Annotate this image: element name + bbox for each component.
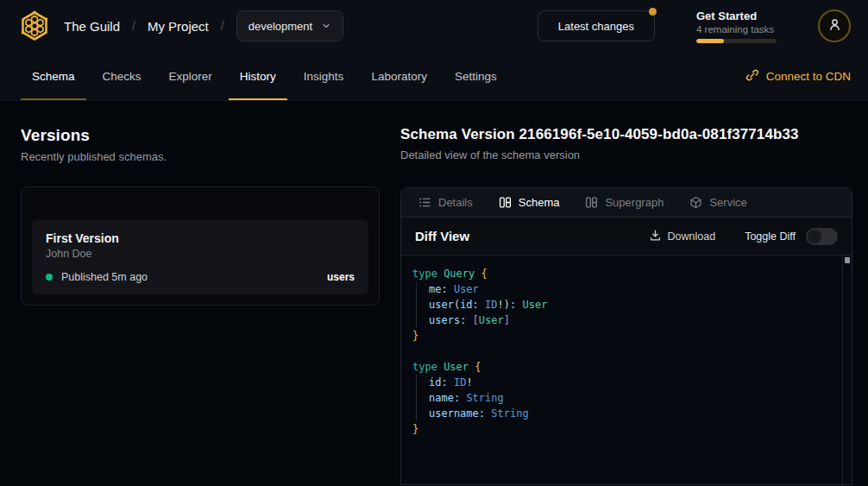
code-line — [412, 344, 831, 359]
schema-tab-label: Supergraph — [605, 196, 664, 209]
connect-to-cdn-label: Connect to CDN — [766, 70, 851, 83]
latest-changes-label: Latest changes — [558, 20, 634, 33]
nav-tab-checks[interactable]: Checks — [91, 52, 153, 100]
connect-to-cdn-link[interactable]: Connect to CDN — [745, 52, 851, 100]
breadcrumb-separator: / — [132, 19, 135, 33]
code-line: type Query { — [412, 266, 831, 281]
toggle-knob — [808, 230, 821, 243]
nav-tab-insights[interactable]: Insights — [292, 52, 355, 100]
code-line: } — [412, 328, 831, 344]
version-meta-row: Published 5m ago users — [46, 271, 355, 283]
code-line: me: User — [412, 281, 831, 297]
user-menu-button[interactable] — [818, 9, 851, 42]
version-author: John Doe — [46, 248, 355, 260]
version-name: First Version — [46, 231, 355, 245]
chevron-down-icon — [321, 21, 331, 31]
download-icon — [649, 229, 662, 244]
target-selector-value: development — [248, 20, 312, 33]
columns-icon — [585, 196, 598, 209]
diff-view-header: Diff View Download Toggle D — [401, 218, 852, 256]
list-icon — [418, 196, 431, 209]
download-label: Download — [668, 230, 716, 243]
diff-view-title: Diff View — [415, 229, 469, 243]
primary-nav: SchemaChecksExplorerHistoryInsightsLabor… — [0, 52, 868, 101]
target-selector[interactable]: development — [236, 10, 343, 41]
code-line: users: [User] — [412, 312, 831, 328]
nav-tab-history[interactable]: History — [229, 52, 287, 100]
toggle-diff-label: Toggle Diff — [745, 230, 796, 243]
get-started-progress-bar — [696, 39, 777, 43]
link-icon — [745, 68, 759, 85]
versions-subtitle: Recently published schemas. — [21, 150, 380, 163]
schema-tab-schema[interactable]: Schema — [499, 196, 560, 209]
breadcrumb: The Guild / My Project / development — [64, 10, 343, 41]
person-icon — [827, 17, 842, 35]
get-started-progress-fill — [696, 39, 724, 43]
nav-tab-laboratory[interactable]: Laboratory — [360, 52, 438, 100]
download-button[interactable]: Download — [649, 229, 716, 244]
get-started-subtitle: 4 remaining tasks — [696, 24, 778, 35]
header-right: Latest changes Get Started 4 remaining t… — [538, 9, 851, 43]
toggle-diff-control: Toggle Diff — [745, 228, 838, 245]
published-status-text: Published 5m ago — [61, 271, 148, 283]
versions-panel: Versions Recently published schemas. Fir… — [21, 101, 380, 485]
code-line: name: String — [412, 390, 831, 406]
schema-code-block: type Query {me: Useruser(id: ID!): Useru… — [401, 256, 852, 484]
diff-view-controls: Download Toggle Diff — [649, 228, 838, 245]
breadcrumb-project-link[interactable]: My Project — [148, 19, 209, 34]
latest-changes-button[interactable]: Latest changes — [538, 10, 655, 41]
toggle-diff-switch[interactable] — [806, 228, 838, 245]
code-line: type User { — [412, 359, 831, 375]
nav-tab-explorer[interactable]: Explorer — [158, 52, 223, 100]
nav-tab-settings[interactable]: Settings — [443, 52, 508, 100]
hive-logo-icon[interactable] — [17, 9, 52, 43]
version-list-item[interactable]: First Version John Doe Published 5m ago … — [32, 220, 368, 294]
get-started-title: Get Started — [696, 9, 778, 22]
breadcrumb-org-link[interactable]: The Guild — [64, 19, 120, 34]
service-badge: users — [327, 271, 355, 283]
schema-version-title: Schema Version 2166196f-5e10-4059-bd0a-0… — [400, 126, 852, 143]
schema-tab-details[interactable]: Details — [418, 196, 473, 209]
schema-tab-label: Details — [438, 196, 473, 209]
code-line: username: String — [412, 406, 831, 421]
nav-tab-list: SchemaChecksExplorerHistoryInsightsLabor… — [21, 52, 508, 100]
get-started-widget[interactable]: Get Started 4 remaining tasks — [696, 9, 778, 43]
code-scrollbar[interactable] — [842, 256, 852, 484]
code-scrollbar-thumb[interactable] — [845, 257, 850, 263]
schema-version-panel: Schema Version 2166196f-5e10-4059-bd0a-0… — [400, 101, 852, 485]
app-header: The Guild / My Project / development Lat… — [0, 0, 868, 52]
code-line: id: ID! — [412, 375, 831, 390]
breadcrumb-separator: / — [221, 19, 224, 33]
published-status-dot — [46, 274, 53, 281]
main-content: Versions Recently published schemas. Fir… — [0, 101, 868, 485]
notification-dot — [649, 8, 657, 16]
versions-list-card: First Version John Doe Published 5m ago … — [21, 186, 380, 306]
schema-version-subtitle: Detailed view of the schema version — [400, 148, 852, 161]
schema-tab-list: DetailsSchemaSupergraphService — [401, 188, 852, 218]
schema-tab-service[interactable]: Service — [689, 196, 746, 209]
schema-tab-supergraph[interactable]: Supergraph — [585, 196, 664, 209]
versions-title: Versions — [21, 126, 380, 145]
nav-tab-schema[interactable]: Schema — [21, 52, 86, 100]
schema-version-card: DetailsSchemaSupergraphService Diff View… — [400, 187, 852, 485]
schema-tab-label: Service — [709, 196, 746, 209]
schema-code-lines: type Query {me: Useruser(id: ID!): Useru… — [401, 256, 852, 447]
cube-icon — [689, 196, 702, 209]
code-line: user(id: ID!): User — [412, 297, 831, 312]
code-line: } — [412, 421, 831, 437]
schema-tab-label: Schema — [519, 196, 560, 209]
columns-icon — [499, 196, 512, 209]
